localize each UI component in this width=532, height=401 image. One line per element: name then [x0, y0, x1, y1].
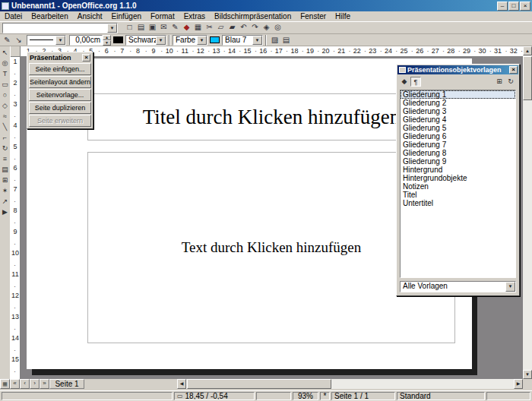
dropdown-arrow-icon[interactable]: ▼ — [55, 36, 65, 45]
style-list-item[interactable]: Untertitel — [401, 199, 515, 207]
style-list-item[interactable]: Gliederung 4 — [401, 115, 515, 124]
style-list-item[interactable]: Notizen — [401, 182, 515, 191]
alignment-icon[interactable]: ≡ — [0, 154, 10, 164]
insert-icon[interactable]: ⊞ — [0, 175, 10, 185]
shadow-icon[interactable]: ▨ — [269, 35, 280, 46]
url-combobox[interactable]: ▼ — [2, 23, 118, 33]
style-list-item[interactable]: Hintergrund — [401, 166, 515, 174]
minimize-icon[interactable]: – — [497, 2, 508, 11]
style-list-item[interactable]: Gliederung 1 — [401, 90, 515, 99]
new-style-from-selection-icon[interactable]: ⊞ — [494, 77, 505, 87]
status-style-field[interactable]: Standard — [397, 392, 485, 400]
menu-item[interactable]: Bildschirmpräsentation — [210, 11, 296, 21]
vertical-scrollbar[interactable]: ▲ ▼ — [523, 46, 532, 379]
style-list-item[interactable]: Gliederung 3 — [401, 107, 515, 115]
style-list-item[interactable]: Gliederung 7 — [401, 141, 515, 149]
scroll-down-icon[interactable]: ▼ — [523, 370, 532, 379]
undo-icon[interactable]: ↶ — [238, 22, 249, 33]
dropdown-arrow-icon[interactable]: ▼ — [107, 24, 117, 33]
close-icon[interactable]: × — [82, 54, 90, 62]
menu-item[interactable]: Bearbeiten — [27, 11, 72, 21]
menu-item[interactable]: Extras — [179, 11, 210, 21]
dropdown-arrow-icon[interactable]: ▼ — [505, 282, 515, 292]
connector-icon[interactable]: ⌐ — [0, 133, 10, 143]
corner-button[interactable]: ▦ — [0, 379, 10, 389]
line-color-value[interactable]: Schwarz — [126, 36, 156, 45]
fill-style-value[interactable]: Farbe — [173, 36, 197, 45]
fill-format-mode-icon[interactable]: ◆ — [399, 77, 410, 87]
vertical-scrollbar-thumb[interactable] — [523, 56, 532, 100]
next-page-button[interactable]: › — [30, 379, 40, 389]
status-zoom-field[interactable]: 93% — [293, 392, 318, 400]
presentation-palette[interactable]: Präsentation × Seite einfügen...Seitenla… — [27, 52, 93, 129]
palette-button[interactable]: Seitenvorlage... — [29, 89, 91, 101]
paste-icon[interactable]: ▰ — [226, 22, 238, 33]
line-width-value[interactable]: 0,00cm — [69, 35, 103, 46]
presentation-styles-icon[interactable]: ¶ — [410, 77, 421, 87]
previous-page-button[interactable]: ‹ — [20, 379, 30, 389]
rectangle-icon[interactable]: ▭ — [0, 80, 10, 90]
menu-item[interactable]: Datei — [0, 11, 27, 21]
close-icon[interactable]: × — [520, 2, 530, 11]
dropdown-arrow-icon[interactable]: ▼ — [197, 36, 207, 45]
horizontal-scrollbar[interactable]: ◀ ▶ — [177, 379, 523, 389]
update-style-icon[interactable]: ↻ — [505, 77, 516, 87]
style-list-item[interactable]: Gliederung 8 — [401, 149, 515, 157]
close-icon[interactable]: × — [509, 66, 518, 74]
stylist-titlebar[interactable]: Präsentationsobjektvorlagen × — [397, 65, 518, 74]
fill-style-combobox[interactable]: Farbe ▼ — [173, 35, 207, 46]
scroll-left-icon[interactable]: ◀ — [177, 379, 186, 389]
horizontal-ruler[interactable]: 1234567891011121314151617181920212223242… — [21, 46, 523, 57]
menu-item[interactable]: Hilfe — [331, 11, 355, 21]
zoom-icon[interactable]: ◎ — [272, 22, 283, 33]
line-style-combobox[interactable]: ▼ — [27, 35, 66, 46]
arrow-style-icon[interactable]: ↘ — [13, 35, 24, 46]
first-page-button[interactable]: « — [10, 379, 20, 389]
stylist-window[interactable]: Präsentationsobjektvorlagen × ◆¶ ⊞↻ Glie… — [396, 64, 520, 296]
zoom-icon[interactable]: ◎ — [0, 58, 10, 68]
horizontal-scrollbar-thumb[interactable] — [187, 379, 331, 389]
status-position-field[interactable]: ▭ 18,45 / -0,54 — [174, 392, 255, 400]
status-page-field[interactable]: Seite 1 / 1 — [331, 392, 395, 400]
line-icon[interactable]: ╲ — [0, 122, 10, 132]
save-icon[interactable]: ▣ — [147, 22, 158, 33]
style-list-item[interactable]: Gliederung 5 — [401, 124, 515, 132]
cut-icon[interactable]: ✂ — [204, 22, 215, 33]
spin-down-icon[interactable]: ▼ — [103, 40, 111, 46]
page-tab[interactable]: Seite 1 — [49, 379, 84, 389]
object3d-icon[interactable]: ◇ — [0, 101, 10, 111]
document-email-icon[interactable]: ✉ — [158, 22, 169, 33]
style-filter-combobox[interactable]: Alle Vorlagen ▼ — [400, 281, 516, 292]
interaction-icon[interactable]: ↗ — [0, 197, 10, 207]
presentation-palette-titlebar[interactable]: Präsentation × — [29, 53, 91, 62]
menu-item[interactable]: Einfügen — [107, 11, 146, 21]
fill-color-value[interactable]: Blau 7 — [223, 36, 252, 45]
scroll-up-icon[interactable]: ▲ — [523, 46, 532, 55]
style-list-item[interactable]: Titel — [401, 191, 515, 199]
spin-up-icon[interactable]: ▲ — [103, 35, 111, 40]
curve-icon[interactable]: ≈ — [0, 112, 10, 122]
text-icon[interactable]: T — [0, 69, 10, 79]
menu-item[interactable]: Format — [146, 11, 179, 21]
url-input[interactable] — [3, 24, 107, 33]
style-list-item[interactable]: Hintergrundobjekte — [401, 174, 515, 182]
fill-color-combobox[interactable]: Blau 7 ▼ — [222, 35, 263, 46]
maximize-icon[interactable]: □ — [508, 2, 519, 11]
last-page-button[interactable]: » — [40, 379, 49, 389]
redo-icon[interactable]: ↷ — [249, 22, 261, 33]
ellipse-icon[interactable]: ○ — [0, 90, 10, 100]
presentation-icon[interactable]: ▶ — [0, 207, 10, 217]
line-width-field[interactable]: 0,00cm ▲ ▼ — [69, 35, 111, 46]
palette-button[interactable]: Seite erweitern — [29, 115, 91, 127]
copy-icon[interactable]: ▱ — [215, 22, 226, 33]
edit-points-icon[interactable]: ✎ — [2, 35, 13, 46]
line-color-combobox[interactable]: Schwarz ▼ — [125, 35, 166, 46]
open-icon[interactable]: ▤ — [135, 22, 147, 33]
scroll-right-icon[interactable]: ▶ — [514, 379, 523, 389]
style-list-item[interactable]: Gliederung 9 — [401, 157, 515, 166]
dropdown-arrow-icon[interactable]: ▼ — [252, 36, 262, 45]
arrange-icon[interactable]: ▤ — [0, 165, 10, 175]
vertical-ruler[interactable]: 123456789101112131415 — [11, 57, 21, 379]
print-icon[interactable]: ▦ — [192, 22, 204, 33]
edit-file-icon[interactable]: ✎ — [169, 22, 181, 33]
